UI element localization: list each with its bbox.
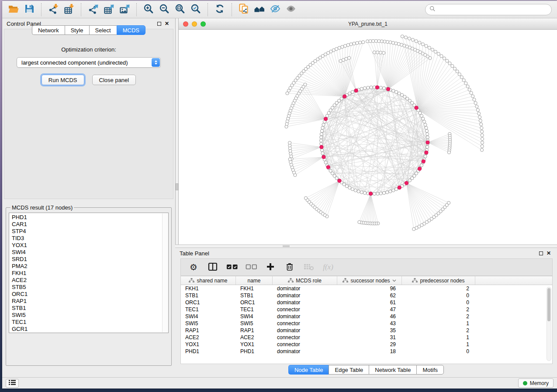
column-header-mcds-role[interactable]: MCDS role (273, 276, 337, 285)
open-file-button[interactable] (6, 2, 21, 17)
result-node-item[interactable]: SRD1 (12, 256, 168, 263)
search-input[interactable] (438, 7, 547, 13)
column-header-successor-nodes[interactable]: successor nodes (337, 276, 402, 285)
result-node-item[interactable]: STB5 (12, 284, 168, 291)
control-panel: Control Panel ✕ NetworkStyleSelectMCDS O… (2, 18, 175, 377)
mcds-result-list[interactable]: PHD1CAR1STP4TID3YOX1SWI4SRD1PMA2FKH1ACE2… (9, 213, 169, 333)
table-cell: RAP1 (181, 327, 236, 334)
zoom-out-button[interactable] (156, 2, 172, 17)
select-all-rows-button[interactable] (225, 261, 239, 274)
table-row[interactable]: PHD1PHD1dominator180 (181, 348, 552, 355)
horizontal-splitter[interactable] (175, 244, 557, 248)
main-toolbar-groups (6, 2, 299, 17)
search-box[interactable] (425, 4, 552, 15)
deselect-all-rows-button[interactable] (244, 261, 259, 274)
show-all-button[interactable] (283, 2, 299, 17)
optimization-criterion-select[interactable]: largest connected component (undirected) (17, 57, 161, 68)
result-node-item[interactable]: PMA2 (12, 263, 168, 270)
close-window-icon[interactable] (183, 21, 188, 27)
mcds-result-group-label: MCDS result (17 nodes) (10, 204, 74, 211)
result-node-item[interactable]: GCR1 (12, 326, 168, 333)
memory-button[interactable]: Memory (518, 378, 554, 388)
vertical-splitter[interactable] (175, 18, 179, 244)
hide-selected-button[interactable] (267, 2, 283, 17)
table-row[interactable]: SWI5SWI5connector431 (181, 320, 552, 327)
scrollbar-thumb[interactable] (547, 288, 550, 321)
import-table-icon (64, 3, 74, 15)
table-panel-title: Table Panel (180, 250, 209, 257)
table-row[interactable]: TEC1TEC1connector472 (181, 306, 552, 313)
result-node-item[interactable]: PHD1 (12, 214, 168, 221)
table-row[interactable]: STB1STB1dominator620 (181, 292, 552, 299)
splitter-handle[interactable] (176, 183, 178, 190)
column-header-name[interactable]: name (236, 276, 273, 285)
result-node-item[interactable]: RAP1 (12, 298, 168, 305)
result-node-item[interactable]: TEC1 (12, 319, 168, 326)
table-cell: 35 (337, 327, 402, 334)
table-scrollbar[interactable] (547, 287, 551, 361)
first-neighbors-button[interactable] (252, 2, 267, 17)
splitter-handle[interactable] (283, 245, 290, 247)
import-network-button[interactable] (45, 2, 61, 17)
result-node-item[interactable]: CAR1 (12, 221, 168, 228)
add-column-button[interactable] (263, 261, 278, 274)
result-node-item[interactable]: STP4 (12, 228, 168, 235)
zoom-selected-button[interactable] (188, 2, 204, 17)
tab-edge-table[interactable]: Edge Table (329, 365, 369, 375)
table-cell: 0 (402, 299, 475, 306)
column-header-predecessor-nodes[interactable]: predecessor nodes (402, 276, 475, 285)
export-table-button[interactable] (101, 2, 117, 17)
export-image-button[interactable] (117, 2, 132, 17)
tab-network[interactable]: Network (32, 25, 65, 35)
column-header-shared-name[interactable]: shared name (181, 276, 236, 285)
table-row[interactable]: SWI4SWI4dominator462 (181, 313, 552, 320)
close-panel-button[interactable]: Close panel (92, 75, 136, 85)
table-panel-float-button[interactable] (537, 250, 545, 257)
table-cell: ACE2 (181, 334, 236, 340)
table-cell: 1 (402, 341, 475, 347)
table-row[interactable]: ACE2ACE2connector311 (181, 334, 552, 341)
zoom-in-button[interactable] (141, 2, 156, 17)
tab-network-table[interactable]: Network Table (369, 365, 416, 375)
import-table-button[interactable] (61, 2, 77, 17)
refresh-button[interactable] (212, 2, 228, 17)
minimize-window-icon[interactable] (192, 21, 197, 27)
table-row[interactable]: YOX1YOX1connector291 (181, 341, 552, 348)
copy-network-button[interactable] (236, 2, 252, 17)
tab-node-table[interactable]: Node Table (288, 365, 329, 375)
table-cell: 2 (402, 327, 475, 334)
table-panel-close-button[interactable]: ✕ (545, 250, 553, 257)
result-node-item[interactable]: TID3 (12, 235, 168, 242)
result-node-item[interactable]: ACE2 (12, 277, 168, 284)
show-panels-button[interactable] (6, 379, 19, 388)
table-cell: 29 (337, 341, 402, 347)
zoom-fit-button[interactable] (172, 2, 188, 17)
table-row[interactable]: RAP1RAP1dominator352 (181, 327, 552, 334)
right-column: YPA_prune.txt_1 Table Panel ✕ ⚙f(x) (175, 18, 557, 377)
table-panel: Table Panel ✕ ⚙f(x) shared namenameMCDS … (175, 248, 557, 377)
run-mcds-button[interactable]: Run MCDS (42, 75, 84, 85)
tab-mcds[interactable]: MCDS (117, 25, 145, 35)
table-cell: YOX1 (236, 341, 273, 347)
table-row[interactable]: FKH1FKH1dominator962 (181, 285, 552, 292)
delete-column-button[interactable] (282, 261, 297, 274)
maximize-window-icon[interactable] (201, 21, 206, 27)
network-canvas[interactable] (179, 30, 557, 244)
mcds-panel: NetworkStyleSelectMCDS Optimization crit… (4, 29, 173, 199)
mcds-buttons-row: Run MCDS Close panel (4, 75, 173, 85)
result-node-item[interactable]: YOX1 (12, 242, 168, 249)
settings-gear-button[interactable]: ⚙ (186, 261, 201, 274)
tab-select[interactable]: Select (89, 25, 117, 35)
tab-style[interactable]: Style (65, 25, 89, 35)
tab-motifs[interactable]: Motifs (416, 365, 444, 375)
result-node-item[interactable]: SWI4 (12, 249, 168, 256)
result-node-item[interactable]: STB1 (12, 305, 168, 312)
result-node-item[interactable]: ORC1 (12, 291, 168, 298)
save-session-button[interactable] (21, 2, 37, 17)
result-node-item[interactable]: SWI5 (12, 312, 168, 319)
table-row[interactable]: ORC1ORC1dominator610 (181, 299, 552, 306)
export-network-button[interactable] (85, 2, 101, 17)
table-cell: FKH1 (236, 285, 273, 292)
result-node-item[interactable]: FKH1 (12, 270, 168, 277)
toggle-column-button[interactable] (205, 261, 220, 274)
